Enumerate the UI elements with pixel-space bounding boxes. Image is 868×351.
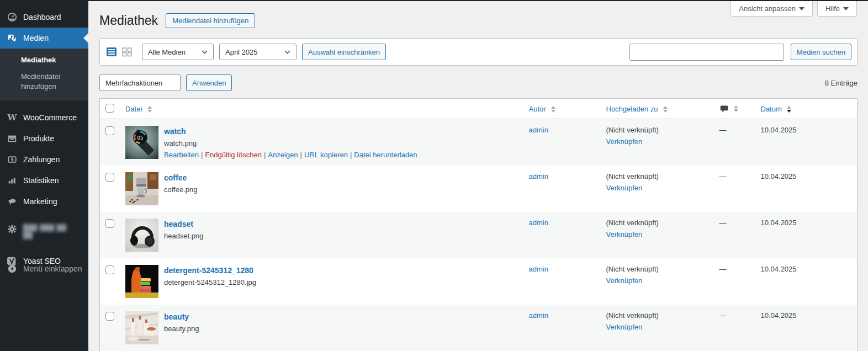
list-view-icon[interactable] (105, 46, 118, 58)
column-header-uploaded-to[interactable]: Hochgeladen zu (601, 99, 714, 119)
search-media-button[interactable]: Medien suchen (791, 44, 851, 60)
media-title-link[interactable]: headset (164, 220, 193, 228)
detergent-thumbnail[interactable] (125, 265, 158, 298)
help-label: Hilfe (825, 4, 840, 13)
main-content: Ansicht anpassen Hilfe Mediathek Mediend… (88, 0, 868, 351)
date-cell: 10.04.2025 (755, 166, 858, 212)
sidebar-item-medien[interactable]: Medien (0, 28, 88, 49)
window-top-edge (0, 0, 868, 1)
filter-button[interactable]: Auswahl einschränken (302, 44, 386, 60)
table-row-coffee: coffee coffee.png admin (Nicht verknüpft… (100, 166, 858, 212)
admin-sidebar: Dashboard Medien Mediathek Mediendatei h… (0, 0, 88, 351)
apply-button[interactable]: Anwenden (186, 75, 232, 91)
author-link[interactable]: admin (529, 265, 548, 273)
screen-options-button[interactable]: Ansicht anpassen (731, 1, 813, 17)
sort-arrows-icon (551, 106, 555, 113)
author-link[interactable]: admin (529, 311, 548, 320)
author-header-label[interactable]: Autor (529, 105, 546, 113)
help-button[interactable]: Hilfe (817, 1, 857, 17)
column-header-author[interactable]: Autor (523, 99, 601, 119)
grid-view-icon[interactable] (121, 46, 133, 58)
attach-link[interactable]: Verknüpfen (606, 137, 708, 146)
comments-count: — (714, 212, 755, 258)
media-title-link[interactable]: watch (164, 127, 186, 136)
column-header-comments[interactable] (714, 99, 755, 119)
date-filter-value: April 2025 (225, 48, 258, 56)
action-delete-permanently[interactable]: Endgültig löschen (205, 151, 262, 159)
active-item-arrow (83, 33, 88, 43)
date-filter-select[interactable]: April 2025 (219, 44, 297, 60)
row-checkbox[interactable] (105, 173, 114, 182)
action-separator: | (300, 151, 302, 159)
submenu-item-mediendatei-hinzufuegen[interactable]: Mediendatei hinzufügen (0, 68, 72, 95)
action-view[interactable]: Anzeigen (268, 151, 298, 159)
select-all-checkbox[interactable] (105, 104, 114, 113)
action-download-file[interactable]: Datei herunterladen (354, 151, 417, 159)
attach-link[interactable]: Verknüpfen (606, 323, 708, 331)
sidebar-item-label: Menü einklappen (23, 264, 82, 274)
media-filename: beauty.png (164, 325, 199, 333)
date-header-label[interactable]: Datum (761, 105, 782, 113)
uploaded-to-header-label[interactable]: Hochgeladen zu (606, 105, 658, 113)
action-copy-url[interactable]: URL kopieren (304, 151, 348, 159)
add-media-button[interactable]: Mediendatei hinzufügen (166, 13, 255, 28)
attach-link[interactable]: Verknüpfen (606, 184, 708, 192)
row-checkbox[interactable] (105, 219, 114, 228)
collapse-menu-button[interactable]: Menü einklappen (0, 258, 88, 279)
action-edit[interactable]: Bearbeiten (164, 151, 199, 159)
media-search-input[interactable] (629, 44, 784, 61)
chevron-down-icon (843, 7, 849, 10)
media-icon (7, 33, 18, 44)
beauty-thumbnail[interactable] (125, 311, 158, 344)
row-checkbox[interactable] (105, 126, 114, 135)
sidebar-item-label: Marketing (23, 196, 57, 206)
view-switcher (105, 46, 133, 58)
sort-arrows-icon (147, 106, 152, 113)
author-link[interactable]: admin (529, 126, 548, 134)
file-header-label[interactable]: Datei (125, 105, 142, 113)
table-row-beauty: beauty beauty.png admin (Nicht verknüpft… (100, 305, 858, 351)
sidebar-item-statistiken[interactable]: Statistiken (0, 170, 88, 191)
sidebar-item-woocommerce[interactable]: W WooCommerce (0, 107, 88, 128)
menu-spacer (0, 100, 88, 107)
sidebar-item-blurred-plugin[interactable]: ███ ███ ██ ██ (0, 219, 88, 244)
date-cell: 10.04.2025 (755, 212, 858, 258)
screen-options-label: Ansicht anpassen (739, 4, 796, 13)
media-type-filter-select[interactable]: Alle Medien (142, 44, 214, 60)
headset-thumbnail[interactable] (125, 219, 158, 252)
search-group: Medien suchen (629, 44, 851, 61)
sidebar-item-zahlungen[interactable]: $ Zahlungen (0, 149, 88, 170)
media-title-link[interactable]: detergent-5245312_1280 (164, 266, 253, 275)
media-filename: coffee.png (164, 185, 197, 194)
table-header: Datei Autor Hochgeladen zu Datum (100, 99, 858, 119)
table-row-detergent: detergent-5245312_1280 detergent-5245312… (100, 258, 858, 305)
comments-count: — (714, 119, 755, 166)
sidebar-item-label: Zahlungen (23, 155, 60, 164)
media-filename: detergent-5245312_1280.jpg (164, 278, 256, 286)
submenu-item-mediathek[interactable]: Mediathek (0, 52, 88, 68)
column-header-file[interactable]: Datei (120, 99, 523, 119)
comments-count: — (714, 258, 755, 305)
chevron-down-icon (202, 50, 208, 54)
media-title-link[interactable]: beauty (164, 312, 189, 321)
collapse-icon (7, 263, 18, 274)
sidebar-item-produkte[interactable]: Produkte (0, 128, 88, 149)
author-link[interactable]: admin (529, 219, 548, 227)
media-title-link[interactable]: coffee (164, 173, 187, 182)
gear-icon (7, 224, 18, 235)
sidebar-item-dashboard[interactable]: Dashboard (0, 7, 88, 28)
page-title: Mediathek (99, 13, 158, 29)
row-checkbox[interactable] (105, 265, 114, 274)
attach-link[interactable]: Verknüpfen (606, 276, 708, 285)
row-checkbox[interactable] (105, 312, 114, 321)
attach-link[interactable]: Verknüpfen (606, 230, 708, 238)
date-cell: 10.04.2025 (755, 258, 858, 305)
bulk-actions-select[interactable]: Mehrfachaktionen (99, 75, 181, 91)
coffee-thumbnail[interactable] (125, 172, 158, 205)
author-link[interactable]: admin (529, 172, 548, 180)
sidebar-item-marketing[interactable]: Marketing (0, 191, 88, 212)
watch-thumbnail[interactable]: 05 (125, 126, 158, 159)
column-header-date[interactable]: Datum (755, 99, 858, 119)
items-count: 8 Einträge (825, 79, 858, 87)
comments-count: — (714, 166, 755, 212)
